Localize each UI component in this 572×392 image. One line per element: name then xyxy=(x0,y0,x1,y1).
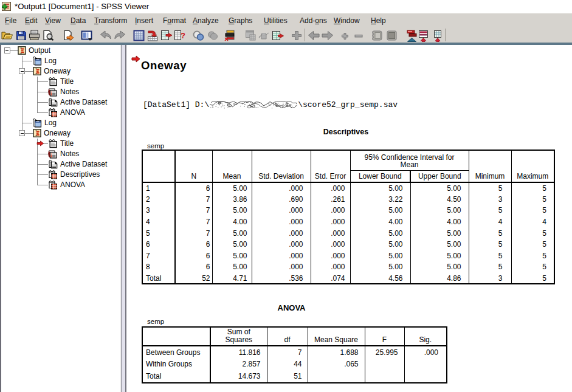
svg-text:?: ? xyxy=(181,31,185,40)
